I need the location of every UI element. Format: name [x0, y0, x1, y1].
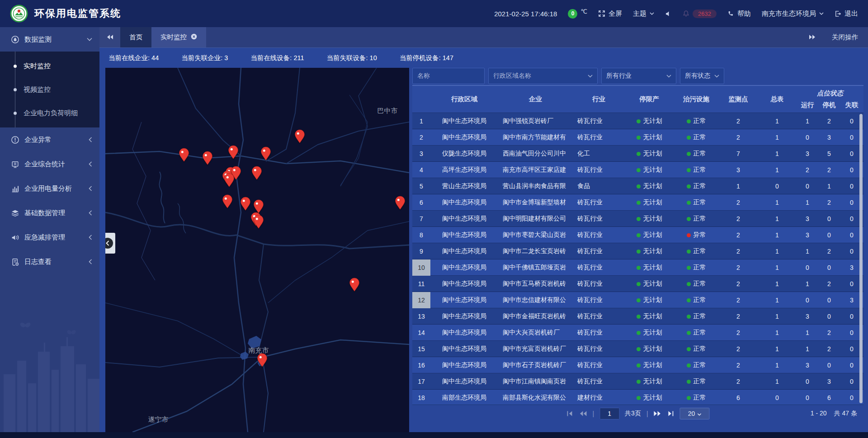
- status-dot-icon: [687, 331, 691, 335]
- map-panel[interactable]: 巴中市南充市遂宁市: [105, 68, 409, 432]
- cell-total-meter: 1: [758, 378, 797, 385]
- cell-industry: 砖瓦行业: [573, 280, 625, 288]
- help-button[interactable]: 帮助: [727, 9, 751, 18]
- cell-production-status: 无计划: [625, 329, 674, 337]
- map-marker-pin[interactable]: [224, 173, 235, 188]
- table-row[interactable]: 17阆中生态环境局阆中市江南镇阆南页岩砖瓦行业无计划正常21030: [412, 373, 863, 390]
- notifications[interactable]: 2632: [683, 9, 717, 18]
- tab-home[interactable]: 首页: [120, 27, 151, 47]
- table-row[interactable]: 13阆中生态环境局阆中市金福旺页岩机砖砖瓦行业无计划正常21300: [412, 308, 863, 325]
- cell-facility-status: 正常: [674, 247, 719, 255]
- map-marker-pin[interactable]: [257, 353, 268, 367]
- table-row[interactable]: 5营山生态环境局营山县润丰肉食品有限食品无计划正常10010: [412, 178, 863, 194]
- last-page-button[interactable]: [667, 410, 675, 417]
- cell-facility-status: 正常: [674, 296, 719, 304]
- cell-production-status: 无计划: [625, 345, 674, 353]
- stat-item: 当前停机设备: 147: [400, 54, 453, 62]
- sidebar-item-label: 数据监测: [24, 35, 52, 44]
- alert-circle-icon: [10, 136, 20, 144]
- user-dropdown[interactable]: 南充市生态环境局: [762, 9, 824, 18]
- double-chevron-left-icon: [106, 33, 113, 42]
- table-row[interactable]: 6阆中生态环境局阆中市金博瑞新型墙材砖瓦行业无计划正常21120: [412, 194, 863, 211]
- table-row[interactable]: 4高坪生态环境局南充市高坪区王家店建砖瓦行业无计划正常31220: [412, 162, 863, 178]
- tabs-scroll-right-button[interactable]: [802, 34, 823, 41]
- cell-company: 阆中市二龙长宝页岩砖: [498, 247, 573, 255]
- cell-rownum: 14: [412, 325, 430, 341]
- table-row[interactable]: 18南部生态环境局南部县斯化水泥有限公建材行业无计划正常60060: [412, 390, 863, 405]
- name-filter-input[interactable]: 名称: [412, 68, 485, 84]
- tab-close-icon[interactable]: [191, 33, 197, 41]
- next-page-button[interactable]: [654, 410, 662, 417]
- sidebar-item-log-view[interactable]: 日志查看: [0, 250, 99, 274]
- region-filter-select[interactable]: 行政区域名称: [488, 68, 598, 84]
- table-row[interactable]: 7阆中生态环境局阆中明阳建材有限公司砖瓦行业无计划正常21300: [412, 211, 863, 227]
- industry-filter-select[interactable]: 所有行业: [601, 68, 676, 84]
- tab-realtime-monitor[interactable]: 实时监控: [151, 27, 206, 47]
- sidebar-item-enterprise-abnormal[interactable]: 企业异常: [0, 127, 99, 152]
- cell-region: 阆中生态环境局: [430, 345, 498, 353]
- table-row[interactable]: 1阆中生态环境局阆中强锐页岩砖厂砖瓦行业无计划正常21120: [412, 113, 863, 129]
- table-row[interactable]: 14阆中生态环境局阆中大兴页岩机砖厂砖瓦行业无计划正常21120: [412, 325, 863, 341]
- map-marker-pin[interactable]: [349, 278, 360, 292]
- map-marker-pin[interactable]: [253, 215, 264, 229]
- stat-value: 211: [293, 54, 304, 61]
- table-row[interactable]: 8阆中生态环境局阆中市枣碧大梁山页岩砖瓦行业无计划异常21300: [412, 227, 863, 243]
- sidebar-subitem[interactable]: 企业电力负荷明细: [0, 101, 99, 125]
- table-row[interactable]: 10阆中生态环境局阆中千佛镇五郎垭页岩砖瓦行业无计划正常21003: [412, 259, 863, 276]
- chevron-left-icon: [89, 161, 92, 167]
- logout-button[interactable]: 退出: [835, 9, 858, 18]
- sidebar-subitem[interactable]: 视频监控: [0, 78, 99, 101]
- table-row[interactable]: 15阆中生态环境局阆中市光富页岩机砖厂砖瓦行业无计划正常21120: [412, 341, 863, 357]
- table-row[interactable]: 9阆中生态环境局阆中市二龙长宝页岩砖砖瓦行业无计划正常21120: [412, 243, 863, 259]
- chevron-down-icon: [819, 12, 824, 15]
- cell-stop-count: 3: [818, 378, 840, 385]
- cell-industry: 砖瓦行业: [573, 345, 625, 353]
- sound-toggle[interactable]: [665, 10, 672, 17]
- cell-rownum: 17: [412, 373, 430, 390]
- table-row[interactable]: 2阆中生态环境局阆中市南方节能建材有砖瓦行业无计划正常21030: [412, 129, 863, 146]
- map-marker-pin[interactable]: [202, 151, 213, 165]
- theme-dropdown[interactable]: 主题: [633, 9, 654, 18]
- close-operations-button[interactable]: 关闭操作: [832, 33, 858, 42]
- column-region: 行政区域: [430, 95, 498, 104]
- map-marker-pin[interactable]: [260, 146, 271, 161]
- fullscreen-icon: [598, 10, 605, 17]
- app-logo-icon: [10, 5, 28, 23]
- sidebar-item-base-data-management[interactable]: 基础数据管理: [0, 201, 99, 225]
- map-marker-pin[interactable]: [251, 166, 262, 180]
- cell-stop-count: 1: [818, 183, 840, 190]
- cell-rownum: 18: [412, 390, 430, 405]
- cell-monitor-count: 3: [719, 166, 758, 174]
- cell-run-count: 0: [797, 264, 818, 271]
- previous-page-button[interactable]: [579, 410, 587, 417]
- map-collapse-handle[interactable]: [105, 233, 115, 254]
- cell-monitor-count: 2: [719, 134, 758, 141]
- page-number-input[interactable]: 1: [599, 408, 619, 419]
- table-row[interactable]: 3仪陇生态环境局西南油气田分公司川中化工无计划正常71350: [412, 146, 863, 162]
- cell-facility-status: 正常: [674, 215, 719, 223]
- tabs-scroll-left-button[interactable]: [99, 27, 120, 47]
- map-marker-pin[interactable]: [222, 194, 233, 209]
- cell-company: 阆中市江南镇阆南页岩: [498, 377, 573, 386]
- map-marker-pin[interactable]: [395, 196, 406, 210]
- sidebar-item-enterprise-statistics[interactable]: 企业综合统计: [0, 152, 99, 176]
- first-page-button[interactable]: [566, 410, 573, 417]
- map-marker-pin[interactable]: [179, 148, 189, 162]
- map-marker-pin[interactable]: [240, 197, 251, 211]
- sidebar-submenu: 实时监控视频监控企业电力负荷明细: [0, 52, 99, 127]
- sidebar-item-power-usage-analysis[interactable]: 企业用电量分析: [0, 176, 99, 201]
- table-row[interactable]: 12阆中生态环境局阆中市忠信建材有限公砖瓦行业无计划正常21003: [412, 292, 863, 308]
- cell-total-meter: 1: [758, 264, 797, 271]
- table-row[interactable]: 16阆中生态环境局阆中市石子页岩机砖厂砖瓦行业无计划正常21300: [412, 357, 863, 373]
- sidebar-subitem[interactable]: 实时监控: [0, 54, 99, 78]
- status-filter-select[interactable]: 所有状态: [680, 68, 724, 84]
- map-marker-pin[interactable]: [228, 145, 239, 160]
- sidebar-item-data-monitor[interactable]: 数据监测: [0, 27, 99, 52]
- table-row[interactable]: 11阆中生态环境局阆中市五马桥页岩机砖砖瓦行业无计划正常21120: [412, 276, 863, 292]
- sidebar-item-emergency-reduction[interactable]: 应急减排管理: [0, 225, 99, 250]
- cell-industry: 砖瓦行业: [573, 198, 625, 207]
- fullscreen-button[interactable]: 全屏: [598, 9, 622, 18]
- map-marker-pin[interactable]: [294, 129, 305, 144]
- table-scrollbar[interactable]: [859, 114, 863, 403]
- page-size-select[interactable]: 20: [680, 408, 710, 419]
